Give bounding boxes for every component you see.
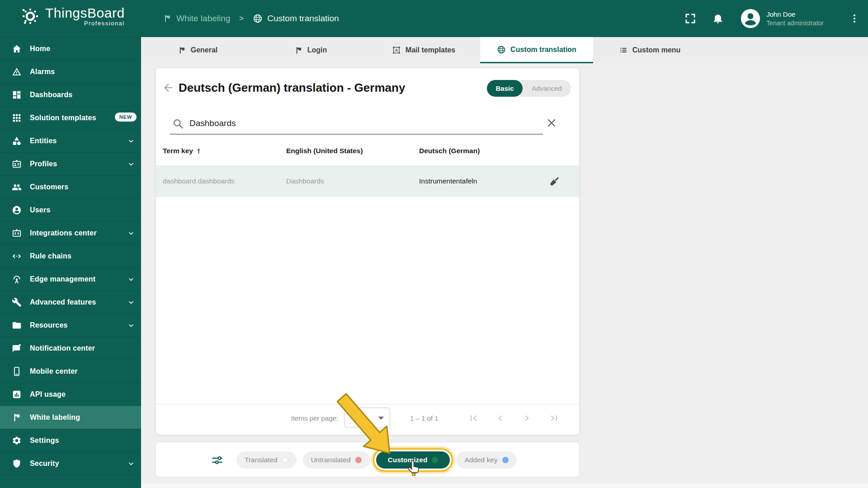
thingsboard-logo[interactable]: ThingsBoard Professional [20,5,125,27]
filter-chip-translated[interactable]: Translated [236,451,297,469]
sidebar-item-edge-management[interactable]: Edge management [0,267,141,291]
sidebar-item-advanced-features[interactable]: Advanced features [0,291,141,314]
sidebar-item-integrations-center[interactable]: Integrations center [0,221,141,244]
sidebar-item-customers[interactable]: Customers [0,175,141,198]
account-circle-icon [12,205,22,215]
sidebar-item-rule-chains[interactable]: Rule chains [0,244,141,267]
chevron-down-icon [378,417,384,420]
first-page-icon[interactable] [468,413,479,424]
filter-chip-untranslated[interactable]: Untranslated [303,451,370,469]
flag-icon [294,46,303,55]
new-badge: NEW [115,113,137,122]
sidebar-item-profiles[interactable]: Profiles [0,152,141,175]
page-title: Deutsch (German) translation - Germany [179,81,405,95]
clear-customization-brush-icon[interactable] [548,175,561,188]
translated-dot-icon [282,457,288,463]
close-icon[interactable] [546,117,557,129]
gear-logo-icon [20,6,41,27]
smartphone-icon [12,366,22,376]
toggle-basic[interactable]: Basic [487,80,523,97]
untranslated-dot-icon [355,457,362,463]
user-role: Tenant administrator [766,19,824,27]
column-term-key[interactable]: Term key [163,147,203,155]
breadcrumb-custom-translation[interactable]: Custom translation [253,14,339,23]
cell-english: Dashboards [286,165,324,197]
notifications-bell-icon[interactable] [712,13,724,24]
filter-chip-customized[interactable]: Customized [376,451,450,469]
basic-advanced-toggle: Basic Advanced [487,80,571,97]
tab-general[interactable]: General [141,37,254,63]
flag-icon [178,46,186,55]
previous-page-icon[interactable] [495,413,506,424]
tab-mail-templates[interactable]: A Mail templates [367,37,480,63]
search-input[interactable] [189,114,479,132]
items-per-page-select[interactable]: 50 [344,408,390,427]
sidebar-item-mobile-center[interactable]: Mobile center [0,360,141,383]
cell-term-key: dashboard.dashboards [163,165,235,197]
search-underline [170,134,543,135]
column-english[interactable]: English (United States) [286,147,363,155]
list-icon [619,46,628,55]
items-per-page-value: 50 [354,408,362,427]
globe-icon [253,14,263,23]
user-info[interactable]: John Doe Tenant administrator [766,10,824,27]
globe-icon [497,45,506,54]
sidebar-item-white-labeling[interactable]: White labeling [0,406,141,429]
sidebar-item-users[interactable]: Users [0,198,141,221]
toggle-advanced[interactable]: Advanced [523,80,571,97]
added-key-dot-icon [502,457,509,463]
translation-filter-bar: Translated Untranslated Customized Added… [156,442,580,477]
warning-icon [12,67,22,77]
chevron-down-icon [127,136,136,145]
kebab-menu-icon[interactable] [849,13,860,24]
tab-custom-translation[interactable]: Custom translation [480,37,593,63]
sidebar-item-notification-center[interactable]: Notification center [0,337,141,360]
items-per-page-label: Items per page: [290,414,338,422]
chevron-down-icon [127,229,136,238]
chevron-down-icon [127,160,136,169]
avatar[interactable] [740,8,761,29]
badge-icon [12,159,22,169]
table-row[interactable]: dashboard.dashboards Dashboards Instrume… [156,165,579,197]
sidebar-item-home[interactable]: Home [0,37,141,60]
logo-title: ThingsBoard [45,5,125,21]
filter-chip-added-key[interactable]: Added key [456,451,516,469]
pagination-divider [156,404,579,404]
tab-login[interactable]: Login [254,37,367,63]
fullscreen-icon[interactable] [684,12,697,25]
sidebar-item-api-usage[interactable]: API usage [0,383,141,406]
flag-icon [12,413,22,422]
sort-ascending-icon [195,147,203,155]
logo-subtitle: Professional [84,20,125,27]
mail-templates-icon: A [392,46,401,55]
sidebar-item-alarms[interactable]: Alarms [0,60,141,83]
antenna-icon [12,274,22,284]
shapes-icon [12,136,22,146]
column-german[interactable]: Deutsch (German) [419,147,480,155]
next-page-icon[interactable] [521,413,533,424]
people-icon [12,182,22,192]
last-page-icon[interactable] [548,413,560,424]
sidebar-item-solution-templates[interactable]: Solution templates NEW [0,106,141,129]
sidebar-item-entities[interactable]: Entities [0,129,141,152]
apps-grid-icon [12,113,22,123]
chevron-down-icon [127,321,136,330]
chevron-down-icon [127,275,136,284]
sidebar-item-security[interactable]: Security [0,452,141,475]
breadcrumb-white-labeling[interactable]: White labeling [163,14,230,23]
filter-icon[interactable] [211,454,223,466]
sidebar-item-resources[interactable]: Resources [0,314,141,337]
svg-text:A: A [395,48,398,52]
back-arrow-icon[interactable] [162,82,174,94]
app-header: ThingsBoard Professional White labeling … [0,0,868,37]
dashboard-icon [12,90,22,100]
sidebar-item-settings[interactable]: Settings [0,429,141,452]
sidebar-item-dashboards[interactable]: Dashboards [0,83,141,106]
horizontal-scrollbar-track[interactable] [141,483,868,488]
bar-chart-icon [12,389,22,399]
tab-custom-menu[interactable]: Custom menu [593,37,706,63]
white-labeling-tabs: General Login A Mail templates Custom tr… [141,37,868,63]
code-icon [12,251,22,261]
user-name: John Doe [766,10,824,18]
integration-icon [12,228,22,238]
